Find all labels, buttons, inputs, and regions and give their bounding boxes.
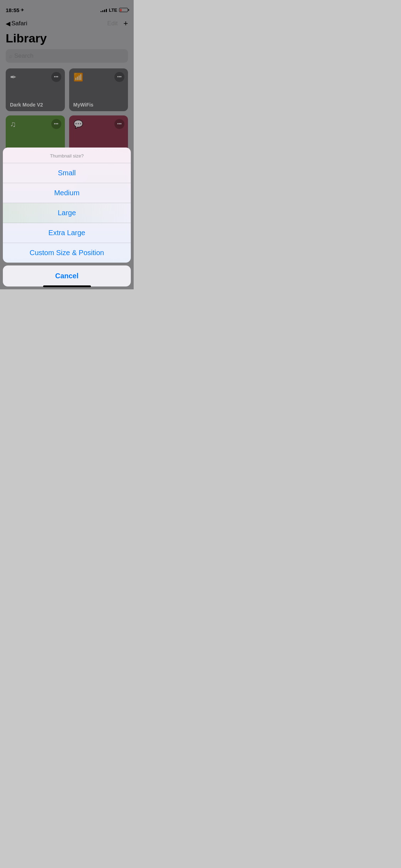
home-indicator (43, 285, 91, 287)
action-sheet-title: Thumbnail size? (3, 148, 131, 163)
option-medium[interactable]: Medium (3, 183, 131, 203)
cancel-button[interactable]: Cancel (3, 265, 131, 286)
option-small[interactable]: Small (3, 163, 131, 183)
action-sheet-container: Thumbnail size? Small Medium Large Extra… (0, 148, 134, 289)
option-custom[interactable]: Custom Size & Position (3, 243, 131, 263)
option-extra-large[interactable]: Extra Large (3, 223, 131, 243)
action-sheet-main: Thumbnail size? Small Medium Large Extra… (3, 148, 131, 263)
option-large[interactable]: Large (3, 203, 131, 223)
action-cancel-container: Cancel (3, 265, 131, 286)
